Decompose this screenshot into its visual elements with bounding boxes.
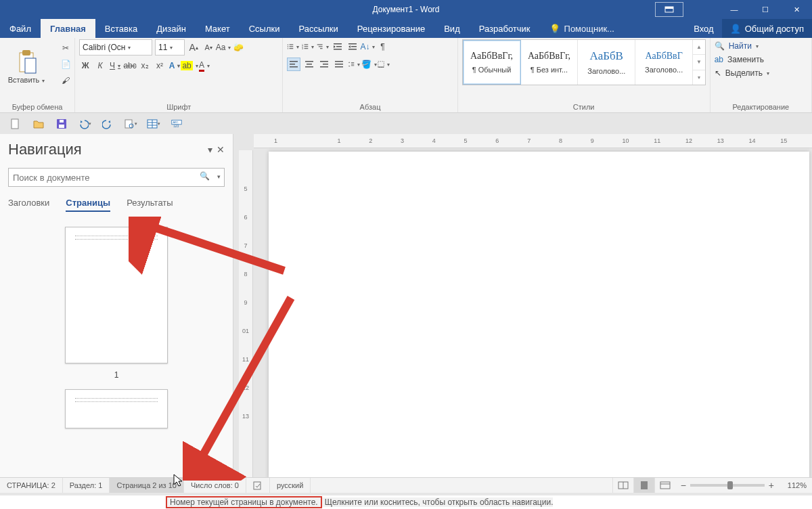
- zoom-slider[interactable]: [690, 484, 765, 487]
- line-spacing-button[interactable]: [348, 58, 360, 70]
- numbering-button[interactable]: 123: [302, 41, 314, 53]
- qat-table-button[interactable]: ▾: [146, 116, 161, 131]
- page-thumbnail-2[interactable]: [65, 389, 168, 428]
- maximize-button[interactable]: ☐: [750, 0, 781, 19]
- change-case-button[interactable]: Aa: [217, 41, 229, 53]
- font-color-button[interactable]: A: [198, 60, 210, 72]
- horizontal-ruler[interactable]: 1123456789101112131415: [254, 134, 812, 148]
- font-size-select[interactable]: 11: [155, 39, 185, 56]
- styles-scroll-down[interactable]: ▼: [693, 55, 705, 70]
- text-effects-button[interactable]: A: [168, 60, 181, 72]
- style-normal[interactable]: АаБбВвГг, ¶ Обычный: [463, 40, 521, 85]
- tab-layout[interactable]: Макет: [196, 19, 240, 38]
- tab-mailings[interactable]: Рассылки: [289, 19, 347, 38]
- status-language[interactable]: русский: [270, 478, 311, 493]
- qat-open-button[interactable]: [31, 116, 46, 131]
- share-button[interactable]: 👤 Общий доступ: [722, 19, 812, 38]
- paste-button[interactable]: Вставить: [4, 39, 49, 93]
- multilevel-list-button[interactable]: [317, 41, 329, 53]
- nav-search-input[interactable]: [8, 168, 225, 187]
- grow-font-button[interactable]: A▴: [187, 41, 200, 53]
- highlight-button[interactable]: ab: [183, 60, 196, 72]
- tab-insert[interactable]: Вставка: [95, 19, 147, 38]
- status-section[interactable]: Раздел: 1: [63, 478, 110, 493]
- strikethrough-button[interactable]: abc: [124, 60, 136, 72]
- select-button[interactable]: ↖ Выделить ▾: [715, 66, 807, 80]
- sort-button[interactable]: A↓: [361, 41, 374, 53]
- qat-print-preview-button[interactable]: ▾: [123, 116, 138, 131]
- nav-tab-headings[interactable]: Заголовки: [8, 198, 49, 212]
- qat-redo-button[interactable]: [100, 116, 115, 131]
- borders-button[interactable]: [378, 58, 390, 70]
- zoom-in-button[interactable]: +: [769, 480, 774, 491]
- tab-view[interactable]: Вид: [434, 19, 470, 38]
- nav-tab-pages[interactable]: Страницы: [66, 198, 110, 212]
- align-left-button[interactable]: [287, 58, 300, 71]
- zoom-value[interactable]: 112%: [778, 481, 807, 489]
- zoom-out-button[interactable]: −: [681, 480, 686, 491]
- ribbon-display-options-button[interactable]: [655, 2, 683, 17]
- view-read-mode[interactable]: [612, 478, 633, 493]
- italic-button[interactable]: К: [94, 60, 106, 72]
- cut-button[interactable]: ✂: [60, 42, 72, 54]
- tell-me-input[interactable]: 💡 Помощник...: [540, 19, 624, 38]
- show-marks-button[interactable]: ¶: [376, 41, 388, 53]
- svg-rect-29: [305, 61, 313, 62]
- shrink-font-button[interactable]: A▾: [202, 41, 215, 53]
- superscript-button[interactable]: x²: [154, 60, 166, 72]
- align-right-button[interactable]: [318, 58, 330, 70]
- svg-rect-34: [320, 66, 328, 68]
- style-no-spacing[interactable]: АаБбВвГг, ¶ Без инт...: [521, 40, 579, 85]
- style-heading2[interactable]: АаБбВвГ Заголово...: [635, 40, 693, 85]
- styles-more-button[interactable]: ▾: [693, 70, 705, 85]
- qat-save-button[interactable]: [54, 116, 69, 131]
- status-page[interactable]: СТРАНИЦА: 2: [0, 478, 63, 493]
- underline-button[interactable]: Ч: [109, 60, 121, 72]
- nav-close-button[interactable]: ✕: [217, 144, 225, 155]
- share-icon: 👤: [730, 24, 741, 34]
- sign-in-button[interactable]: Вход: [685, 19, 721, 38]
- shading-button[interactable]: 🪣: [363, 58, 375, 70]
- svg-rect-40: [351, 65, 354, 66]
- minimize-button[interactable]: —: [719, 0, 750, 19]
- document-page[interactable]: [269, 152, 809, 479]
- nav-dropdown-button[interactable]: ▾: [208, 144, 212, 155]
- page-thumbnail-1[interactable]: [65, 227, 168, 363]
- vertical-ruler[interactable]: 5678901111213: [239, 150, 253, 479]
- tab-home[interactable]: Главная: [41, 19, 95, 38]
- svg-rect-12: [304, 44, 309, 45]
- search-options-button[interactable]: ▾: [217, 173, 221, 180]
- close-button[interactable]: ✕: [781, 0, 812, 19]
- font-family-select[interactable]: Calibri (Осн: [79, 39, 152, 56]
- search-icon[interactable]: 🔍: [200, 171, 210, 181]
- styles-scroll-up[interactable]: ▲: [693, 40, 705, 55]
- status-word-count[interactable]: Число слов: 0: [184, 478, 246, 493]
- status-proofing[interactable]: [246, 478, 270, 493]
- bullets-button[interactable]: [287, 41, 299, 53]
- view-print-layout[interactable]: [633, 478, 654, 493]
- format-painter-button[interactable]: 🖌: [60, 74, 72, 87]
- styles-gallery[interactable]: АаБбВвГг, ¶ Обычный АаБбВвГг, ¶ Без инт.…: [462, 39, 706, 85]
- copy-button[interactable]: 📄: [60, 58, 72, 70]
- qat-undo-button[interactable]: ▾: [77, 116, 92, 131]
- find-button[interactable]: 🔍 Найти ▾: [715, 39, 807, 53]
- tab-developer[interactable]: Разработчик: [470, 19, 540, 38]
- tab-file[interactable]: Файл: [0, 19, 41, 38]
- align-center-button[interactable]: [303, 58, 315, 70]
- tab-review[interactable]: Рецензирование: [348, 19, 434, 38]
- clear-formatting-button[interactable]: 🧽: [232, 41, 244, 53]
- style-heading1[interactable]: АаБбВ Заголово...: [578, 40, 635, 85]
- view-web-layout[interactable]: [654, 478, 675, 493]
- decrease-indent-button[interactable]: [332, 41, 344, 53]
- replace-button[interactable]: ab Заменить: [715, 53, 807, 66]
- increase-indent-button[interactable]: [346, 41, 359, 53]
- qat-word-count-button[interactable]: ABC123: [169, 116, 184, 131]
- bold-button[interactable]: Ж: [79, 60, 91, 72]
- qat-new-button[interactable]: [8, 116, 23, 131]
- tab-design[interactable]: Дизайн: [147, 19, 196, 38]
- tab-references[interactable]: Ссылки: [240, 19, 290, 38]
- nav-tab-results[interactable]: Результаты: [127, 198, 173, 212]
- subscript-button[interactable]: x₂: [139, 60, 151, 72]
- svg-rect-46: [60, 120, 64, 123]
- justify-button[interactable]: [333, 58, 345, 70]
